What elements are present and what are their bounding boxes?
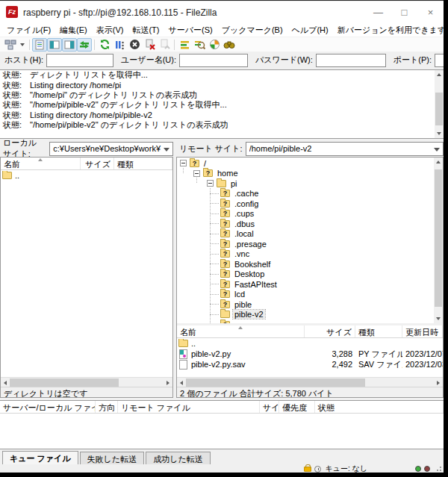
remote-column-type[interactable]: 種類 <box>355 325 402 337</box>
queue-column-status[interactable]: 状態 <box>315 401 444 413</box>
queue-column-server-local[interactable]: サーバー/ローカル ファイル <box>0 401 96 413</box>
local-hscrollbar[interactable] <box>1 377 172 387</box>
scrollbar-thumb[interactable] <box>186 378 365 387</box>
local-column-size[interactable]: サイズ <box>81 158 114 169</box>
maximize-button[interactable]: □ <box>391 1 417 23</box>
menu-edit[interactable]: 編集(E) <box>55 25 92 36</box>
tree-item[interactable]: .local <box>177 229 435 240</box>
username-input[interactable] <box>179 54 248 67</box>
queue-status-text: キュー: なし <box>326 464 368 473</box>
tree-item[interactable]: .config <box>177 199 435 209</box>
local-column-name[interactable]: 名前 <box>1 158 81 169</box>
menu-file[interactable]: ファイル(F) <box>2 25 55 36</box>
menu-help[interactable]: ヘルプ(H) <box>287 25 333 36</box>
password-input[interactable] <box>316 54 386 67</box>
tree-item-selected[interactable]: pible-v2 <box>177 310 435 320</box>
disconnect-icon[interactable] <box>142 38 157 52</box>
toggle-local-tree-icon[interactable] <box>47 38 62 52</box>
scroll-up-icon[interactable] <box>435 70 444 79</box>
tree-scrollbar[interactable] <box>434 158 443 323</box>
refresh-icon[interactable] <box>97 38 112 52</box>
directory-compare-icon[interactable] <box>192 38 207 52</box>
remote-hscrollbar[interactable] <box>177 377 443 387</box>
tree-item[interactable]: FastAPItest <box>177 279 435 290</box>
resize-grip[interactable] <box>436 466 442 472</box>
minimize-button[interactable]: — <box>365 1 391 23</box>
tree-item[interactable]: .presage <box>177 239 435 249</box>
log-scrollbar[interactable] <box>435 70 444 138</box>
tree-item[interactable]: lcd <box>177 290 435 300</box>
process-queue-icon[interactable] <box>112 38 127 52</box>
tree-item[interactable]: .cups <box>177 209 435 219</box>
scroll-up-icon[interactable] <box>434 158 443 166</box>
connection-error-led-icon <box>424 466 430 472</box>
synchronized-browsing-icon[interactable] <box>207 38 222 52</box>
tree-item[interactable]: pible <box>177 299 435 310</box>
toggle-queue-icon[interactable] <box>77 38 92 52</box>
filezilla-window: Fz raspberry pi - sftp://pi@192.168.10.1… <box>0 0 444 473</box>
remote-column-name[interactable]: 名前 <box>177 325 305 337</box>
queue-column-size[interactable]: サイズ <box>260 401 279 413</box>
tree-item[interactable]: Desktop <box>177 269 435 280</box>
toggle-log-icon[interactable] <box>32 38 47 52</box>
menu-new-version[interactable]: 新バージョンを利用できます!(N) <box>333 25 444 36</box>
tree-item-root[interactable]: / <box>177 158 435 169</box>
queue-tabs: キュー ファイル 失敗した転送 成功した転送 <box>0 451 444 464</box>
remote-column-modified[interactable]: 更新日時 <box>402 325 443 337</box>
folder-icon <box>2 172 12 179</box>
remote-row-file[interactable]: pible-v2.py.sav 2,492 SAV ファイル 2023/12/0… <box>177 359 443 370</box>
scroll-down-icon[interactable] <box>435 129 444 138</box>
toggle-remote-tree-icon[interactable] <box>62 38 77 52</box>
remote-site-combo[interactable]: /home/pi/pible-v2 <box>246 142 444 156</box>
local-site-combo[interactable]: c:¥Users¥ne¥Desktop¥work¥ <box>49 142 173 156</box>
queue-column-priority[interactable]: 優先度 <box>279 401 315 413</box>
file-icon <box>179 360 187 370</box>
sort-ascending-icon <box>238 326 243 329</box>
reconnect-icon[interactable] <box>157 38 172 52</box>
tree-item-home[interactable]: home <box>177 169 435 179</box>
port-input[interactable] <box>435 54 444 67</box>
site-manager-dropdown-icon[interactable] <box>20 43 25 46</box>
tree-item[interactable]: .dbus <box>177 219 435 229</box>
collapse-icon[interactable] <box>193 170 200 177</box>
host-input[interactable] <box>46 54 113 67</box>
tab-failed-transfers[interactable]: 失敗した転送 <box>80 452 145 464</box>
toolbar <box>0 37 444 52</box>
queue-column-remote-file[interactable]: リモート ファイル <box>118 401 260 413</box>
folder-question-icon <box>220 190 230 197</box>
lock-icon <box>304 467 311 472</box>
scrollbar-thumb[interactable] <box>435 169 442 307</box>
clock-icon <box>314 466 321 473</box>
menu-view[interactable]: 表示(V) <box>92 25 128 36</box>
local-row-parent-dir[interactable]: .. <box>1 170 172 181</box>
tree-item[interactable]: .cache <box>177 189 435 199</box>
quickconnect-bar: ホスト(H): ユーザー名(U): パスワード(W): ポート(P): クイック… <box>0 52 444 69</box>
tree-item[interactable]: .vnc <box>177 249 435 260</box>
local-column-type[interactable]: 種類 <box>114 158 172 169</box>
remote-column-size[interactable]: サイズ <box>305 325 355 337</box>
tree-item-pi[interactable]: pi <box>177 178 435 189</box>
remote-row-file[interactable]: pible-v2.py 3,288 PY ファイル 2023/12/07 5: <box>177 349 443 359</box>
log-entry: 状態:Listing directory /home/pi <box>0 80 444 90</box>
tab-queued-files[interactable]: キュー ファイル <box>2 451 78 464</box>
filter-icon[interactable] <box>177 38 192 52</box>
menu-bar: ファイル(F) 編集(E) 表示(V) 転送(T) サーバー(S) ブックマーク… <box>0 23 444 37</box>
find-files-icon[interactable] <box>222 38 237 52</box>
close-button[interactable]: × <box>417 1 444 23</box>
remote-row-parent-dir[interactable]: .. <box>177 338 443 349</box>
scrollbar-thumb[interactable] <box>435 93 443 125</box>
tab-successful-transfers[interactable]: 成功した転送 <box>146 452 211 464</box>
title-bar: Fz raspberry pi - sftp://pi@192.168.10.1… <box>0 1 444 23</box>
menu-bookmark[interactable]: ブックマーク(B) <box>217 25 287 36</box>
collapse-icon[interactable] <box>180 160 187 166</box>
tree-item[interactable]: Bookshelf <box>177 259 435 269</box>
scroll-down-icon[interactable] <box>434 314 443 323</box>
scrollbar-thumb[interactable] <box>10 378 119 387</box>
folder-question-icon <box>220 220 230 228</box>
menu-transfer[interactable]: 転送(T) <box>128 25 164 36</box>
queue-column-direction[interactable]: 方向 <box>96 401 118 413</box>
cancel-icon[interactable] <box>127 38 142 52</box>
menu-server[interactable]: サーバー(S) <box>164 25 217 36</box>
collapse-icon[interactable] <box>207 180 214 187</box>
site-manager-icon[interactable] <box>3 38 18 52</box>
